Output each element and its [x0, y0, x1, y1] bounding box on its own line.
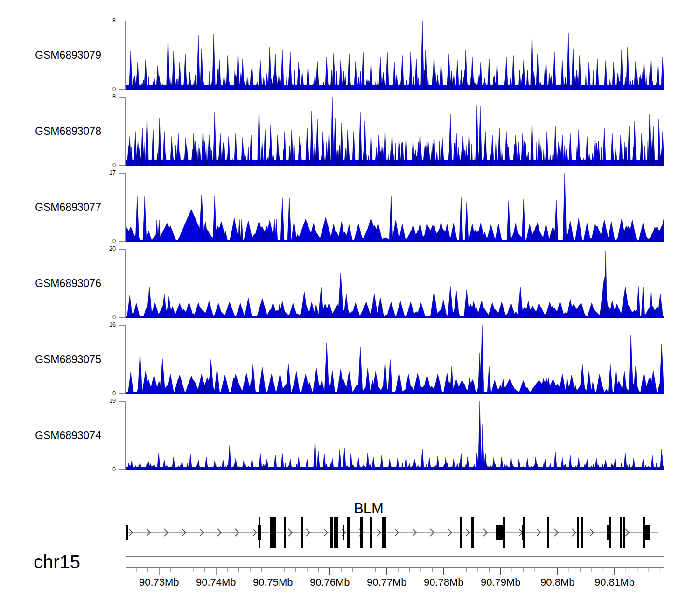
y-axis-zero-label: 0: [89, 466, 116, 473]
exon-box: [577, 517, 579, 548]
genome-axis-track: chr15 90.73Mb90.74Mb90.75Mb90.76Mb90.77M…: [0, 551, 700, 607]
track-label: GSM6893079: [35, 49, 101, 62]
axis-tick-label: 90.75Mb: [253, 576, 293, 588]
exon-box: [503, 517, 505, 548]
coverage-area-plot: [126, 249, 664, 318]
y-axis-zero-label: 0: [89, 390, 116, 397]
coverage-peaks: [127, 97, 664, 166]
y-axis-zero-label: 0: [89, 314, 116, 321]
y-axis-max-label: 8: [89, 93, 116, 100]
y-axis-bracket: [119, 401, 126, 470]
track-label: GSM6893076: [35, 277, 101, 290]
y-axis-zero-label: 0: [89, 162, 116, 168]
axis-tick-label: 90.79Mb: [481, 576, 521, 588]
exon-box: [370, 517, 372, 548]
exon-box: [384, 517, 386, 548]
y-axis-max-label: 19: [89, 398, 116, 404]
y-axis-zero-label: 0: [89, 86, 116, 92]
axis-tick-label: 90.8Mb: [540, 576, 574, 588]
exon-box: [347, 517, 350, 548]
axis-tick-label: 90.73Mb: [139, 576, 179, 588]
y-axis-bracket: [119, 97, 126, 166]
y-axis-zero-label: 0: [89, 238, 116, 245]
exon-box: [259, 517, 260, 548]
exon-box: [301, 517, 303, 548]
track-row-6: GSM6893074 19 0: [0, 401, 700, 470]
axis-tick-label: 90.76Mb: [310, 576, 350, 588]
coverage-area-plot: [126, 97, 664, 166]
exon-box: [284, 517, 286, 548]
coverage-area-plot: [126, 325, 664, 394]
track-row-1: GSM6893079 8 0: [0, 21, 700, 90]
exon-box: [471, 517, 474, 548]
exon-box: [620, 517, 622, 548]
coverage-peaks: [127, 401, 665, 470]
exon-box: [623, 517, 625, 548]
axis-tick-label: 90.81Mb: [595, 576, 635, 588]
exon-box: [460, 517, 462, 548]
coverage-peaks: [129, 21, 665, 90]
y-axis-max-label: 17: [89, 169, 116, 176]
y-axis-bracket: [119, 21, 126, 90]
track-row-5: GSM6893075 16 0: [0, 325, 700, 394]
track-label: GSM6893074: [35, 429, 101, 442]
y-axis-max-label: 8: [89, 17, 116, 24]
coverage-peaks: [126, 173, 664, 242]
coverage-area-plot: [126, 401, 664, 470]
exon-box: [382, 517, 384, 548]
y-axis-bracket: [119, 325, 126, 394]
exon-box: [126, 525, 128, 540]
exon-box: [343, 525, 344, 540]
exon-box: [496, 525, 504, 540]
exon-box: [643, 525, 650, 540]
coverage-area-plot: [126, 21, 664, 90]
track-row-4: GSM6893076 20 0: [0, 249, 700, 318]
track-label: GSM6893075: [35, 353, 101, 366]
track-label: GSM6893077: [35, 201, 101, 214]
y-axis-max-label: 16: [89, 322, 116, 328]
axis-tick-label: 90.74Mb: [196, 576, 236, 588]
coverage-peaks: [127, 251, 664, 318]
chromosome-label: chr15: [34, 552, 80, 573]
exon-box: [330, 517, 333, 548]
exon-box: [581, 517, 583, 548]
gene-model-plot: [126, 495, 664, 555]
exon-box: [609, 517, 611, 548]
track-row-2: GSM6893078 8 0: [0, 97, 700, 166]
gene-model-track: BLM: [0, 495, 700, 555]
exon-box: [334, 517, 338, 548]
coverage-area-plot: [126, 173, 664, 242]
exon-box: [607, 525, 609, 540]
exon-box: [270, 517, 276, 548]
exon-box: [523, 517, 525, 548]
exon-box: [360, 517, 363, 548]
track-label: GSM6893078: [35, 125, 101, 138]
exon-box: [547, 517, 549, 548]
track-row-3: GSM6893077 17 0: [0, 173, 700, 242]
y-axis-bracket: [119, 249, 126, 318]
coverage-peaks: [128, 325, 664, 394]
axis-tick-label: 90.77Mb: [367, 576, 407, 588]
genome-browser-figure: GSM6893079 8 0 GSM6893078 8 0 GSM6893077…: [0, 0, 700, 616]
axis-tick-label: 90.78Mb: [424, 576, 464, 588]
genome-axis-plot: 90.73Mb90.74Mb90.75Mb90.76Mb90.77Mb90.78…: [126, 553, 664, 597]
y-axis-bracket: [119, 173, 126, 242]
y-axis-max-label: 20: [89, 245, 116, 252]
